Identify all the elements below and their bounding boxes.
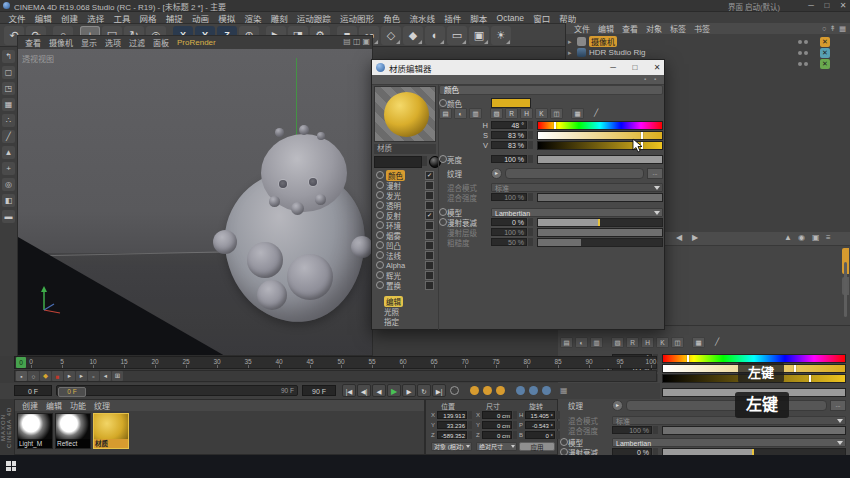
- key-diamond-icon[interactable]: ◆: [40, 371, 51, 381]
- visibility-dots[interactable]: [798, 51, 808, 55]
- menu-item-2[interactable]: 创建: [56, 12, 82, 24]
- channel-checkbox[interactable]: [425, 201, 434, 210]
- timeline-ruler[interactable]: 0 05101520253035404550556065707580859095…: [14, 356, 657, 369]
- param-value-field[interactable]: 100 %: [491, 193, 527, 201]
- param-slider[interactable]: [537, 141, 663, 150]
- page-光照[interactable]: 光照: [374, 306, 436, 316]
- stepper[interactable]: [468, 411, 472, 419]
- animation-circle-icon[interactable]: [376, 231, 384, 239]
- keyframe-selection-icon[interactable]: [542, 386, 551, 395]
- mixer-icon[interactable]: ◫: [550, 108, 563, 119]
- channel-checkbox[interactable]: [425, 271, 434, 280]
- texture-field[interactable]: [505, 168, 644, 179]
- param-value-field[interactable]: 100 %: [612, 426, 652, 434]
- param-slider[interactable]: [537, 155, 663, 164]
- generators-icon[interactable]: ◇: [381, 26, 401, 45]
- lock-icon[interactable]: ▪: [644, 76, 646, 82]
- channel-checkbox[interactable]: ✓: [425, 211, 434, 220]
- channel-7[interactable]: 凹凸: [374, 240, 436, 250]
- channel-checkbox[interactable]: [425, 261, 434, 270]
- record-rotation-icon[interactable]: [496, 386, 505, 395]
- channel-checkbox[interactable]: [425, 181, 434, 190]
- target-tag-icon[interactable]: ✕: [820, 37, 830, 47]
- animation-circle-icon[interactable]: [439, 155, 447, 163]
- search-icon[interactable]: ○: [822, 24, 827, 33]
- hsv-mode-icon[interactable]: H: [520, 108, 533, 119]
- animation-circle-icon[interactable]: [376, 271, 384, 279]
- stepper[interactable]: [528, 155, 533, 163]
- channel-11[interactable]: 置换: [374, 280, 436, 290]
- menu-item-15[interactable]: 插件: [440, 12, 466, 24]
- rgb-mode-icon[interactable]: R: [505, 108, 518, 119]
- stepper[interactable]: [422, 156, 427, 166]
- dialog-titlebar[interactable]: 材质编辑器 ─ □ ✕: [372, 60, 664, 75]
- animation-circle-icon[interactable]: [439, 99, 447, 107]
- object-tree-item-1[interactable]: ▸HDR Studio Rig✕: [568, 47, 849, 58]
- texture-field[interactable]: [626, 400, 827, 411]
- edges-mode-icon[interactable]: ╱: [2, 130, 15, 143]
- menu-item-12[interactable]: 运动图形: [335, 12, 378, 24]
- stepper[interactable]: [513, 421, 517, 429]
- frame-start-field[interactable]: 0 F: [14, 385, 52, 396]
- menu-item-4[interactable]: 工具: [109, 12, 135, 24]
- coord-dropdown-0[interactable]: 对象 (相对): [431, 442, 472, 451]
- channel-checkbox[interactable]: [425, 191, 434, 200]
- stepper[interactable]: [556, 431, 560, 439]
- channel-8[interactable]: 法线: [374, 250, 436, 260]
- menu-item-18[interactable]: 窗口: [529, 12, 555, 24]
- rgb-mode-icon[interactable]: R: [626, 337, 639, 348]
- animation-circle-icon[interactable]: [376, 281, 384, 289]
- om-menu-item-0[interactable]: 文件: [570, 23, 594, 34]
- menu-item-6[interactable]: 捕捉: [161, 12, 187, 24]
- coord-value-field[interactable]: 0 °: [525, 431, 555, 439]
- coord-value-field[interactable]: 0 cm: [482, 411, 512, 419]
- menu-item-1[interactable]: 编辑: [30, 12, 56, 24]
- timeline-playhead[interactable]: 0: [16, 357, 26, 368]
- channel-checkbox[interactable]: [425, 221, 434, 230]
- environment-icon[interactable]: ◐: [425, 26, 445, 45]
- workplane-mode-icon[interactable]: ▦: [2, 98, 15, 111]
- material-menu-item-0[interactable]: 创建: [18, 400, 42, 411]
- layout-selector[interactable]: 界面 启动(默认): [728, 1, 780, 12]
- param-value-field[interactable]: 0 %: [491, 218, 527, 226]
- stepper[interactable]: [528, 193, 533, 201]
- render-visibility-dot[interactable]: [804, 51, 808, 55]
- stepper[interactable]: [528, 131, 533, 139]
- render-visibility-dot[interactable]: [804, 40, 808, 44]
- menu-item-13[interactable]: 角色: [379, 12, 405, 24]
- autokey-icon[interactable]: [450, 386, 459, 395]
- channel-checkbox[interactable]: [425, 241, 434, 250]
- mixer-icon[interactable]: ◫: [671, 337, 684, 348]
- model-mode-icon[interactable]: ▢: [2, 66, 15, 79]
- make-editable-icon[interactable]: ↰: [2, 50, 15, 63]
- dialog-close-button[interactable]: ✕: [648, 60, 666, 75]
- play-button[interactable]: ▶: [387, 384, 401, 397]
- channel-checkbox[interactable]: [425, 231, 434, 240]
- menu-item-10[interactable]: 雕刻: [266, 12, 292, 24]
- param-slider[interactable]: [537, 228, 663, 237]
- swatches-icon[interactable]: ▦: [571, 108, 584, 119]
- stepper[interactable]: [528, 238, 533, 246]
- next-frame-button[interactable]: ▶: [402, 384, 416, 397]
- color-wheel-icon[interactable]: ◐: [454, 108, 467, 119]
- menu-item-16[interactable]: 脚本: [466, 12, 492, 24]
- record-parameter-icon[interactable]: [516, 386, 525, 395]
- editor-visibility-dot[interactable]: [798, 51, 802, 55]
- layout-icon[interactable]: ▦: [839, 24, 846, 33]
- animation-circle-icon[interactable]: [376, 251, 384, 259]
- viewport-menu-item-3[interactable]: 选项: [101, 37, 125, 48]
- stepper[interactable]: [556, 411, 560, 419]
- menu-item-7[interactable]: 动画: [187, 12, 213, 24]
- view-menu-icon[interactable]: ▤: [343, 37, 351, 46]
- swatch-mode-icon[interactable]: ▤: [560, 337, 573, 348]
- start-button[interactable]: [6, 461, 16, 471]
- dialog-maximize-button[interactable]: □: [626, 60, 644, 75]
- stepper[interactable]: [528, 121, 533, 129]
- goto-end-button[interactable]: ▶|: [432, 384, 446, 397]
- channel-0[interactable]: 颜色✓: [374, 170, 436, 180]
- animation-circle-icon[interactable]: [439, 208, 447, 216]
- scrollbar[interactable]: [844, 262, 847, 317]
- next-icon[interactable]: ▸: [76, 371, 87, 381]
- menu-item-17[interactable]: Octane: [492, 13, 529, 23]
- pin-icon[interactable]: ◉: [798, 233, 805, 242]
